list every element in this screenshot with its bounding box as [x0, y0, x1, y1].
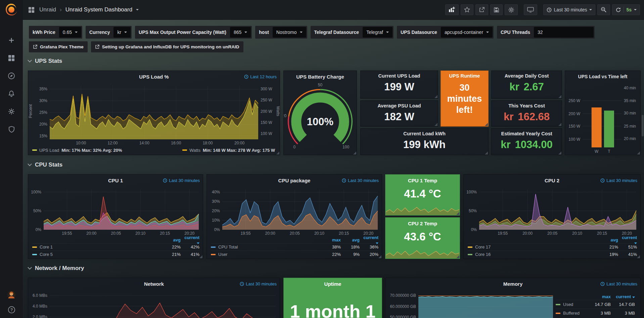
cycle-view-button[interactable] [524, 4, 537, 15]
avatar[interactable] [7, 290, 16, 299]
legend-row[interactable]: Core 122%42% [32, 243, 199, 251]
cpu2-chart[interactable]: 0%50%100%19:5520:0020:0520:1020:1520:20 [464, 186, 640, 236]
variable-value-dropdown[interactable]: apcupsd-container [441, 27, 493, 38]
legend-row[interactable]: Core 1721%51% [468, 243, 637, 251]
link-ups-monitoring-guide[interactable]: Setting up Grafana and InfluxDB for UPS … [91, 41, 243, 52]
panel-title[interactable]: UPS Battery Charge [284, 71, 357, 82]
series-name[interactable]: Core 1 [40, 244, 53, 249]
dashboards-icon[interactable] [7, 54, 16, 62]
legend-col-avg[interactable]: avg [599, 237, 618, 242]
cpu1-chart[interactable]: 0%50%100%19:5520:0020:0520:1020:1520:20 [28, 186, 203, 236]
series-name[interactable]: Buffered [563, 311, 580, 316]
panel-title[interactable]: Current UPS Load [361, 71, 438, 81]
clock-icon [342, 178, 346, 183]
legend-col-current[interactable]: current [618, 235, 637, 245]
legend-item[interactable]: UPS LoadMin: 17% Max: 32% Avg: 20% [32, 148, 122, 153]
dashboard-settings-button[interactable] [505, 4, 518, 15]
refresh-button[interactable]: 5s [612, 4, 640, 15]
chevron-down-icon[interactable] [136, 9, 139, 10]
cpu-package-chart[interactable]: 0%10%20%30%40%19:5520:0020:0520:1020:152… [207, 186, 382, 236]
time-range-indicator[interactable]: Last 30 minutes [342, 178, 379, 183]
legend-col-current[interactable]: current [181, 235, 199, 245]
help-icon[interactable]: ? [7, 305, 16, 314]
panel-title[interactable]: Average Daily Cost [492, 71, 562, 81]
panel-title[interactable]: Uptime [284, 278, 382, 289]
time-range-indicator[interactable]: Last 12 hours [244, 74, 277, 79]
variable-value-dropdown[interactable]: 865 [230, 27, 251, 38]
grafana-logo[interactable] [5, 3, 18, 16]
alerting-icon[interactable] [7, 89, 16, 98]
configuration-icon[interactable] [7, 107, 16, 116]
save-button[interactable] [490, 4, 503, 15]
series-name[interactable]: Core 16 [475, 252, 491, 257]
breadcrumb-root[interactable]: Unraid [39, 6, 56, 13]
legend-col-max[interactable]: max [322, 237, 341, 242]
variable-value-dropdown[interactable]: 0.65 [59, 27, 81, 38]
memory-chart[interactable]: 50.000000 GB60.000000 GB70.000000 GB [385, 289, 556, 318]
series-name[interactable]: Watts [189, 148, 200, 153]
time-range-picker[interactable]: Last 30 minutes [543, 4, 596, 15]
network-chart[interactable]: 2.0 MBs4.0 MBs6.0 MBs [28, 289, 280, 318]
divider [624, 7, 624, 13]
star-button[interactable] [461, 4, 473, 15]
battery-gauge[interactable]: 02050100100% [284, 82, 357, 155]
panel-title[interactable]: Average PSU Load [361, 101, 438, 111]
panel-title[interactable]: UPS Load % [28, 71, 280, 82]
row-header-network-memory[interactable]: Network / Memory [28, 265, 84, 272]
legend-col-max[interactable]: max [587, 294, 611, 299]
template-variables: kWh Price0.65 Currencykr UPS Max Output … [29, 26, 595, 39]
legend-row[interactable]: Buffered3 MB3 MB [556, 309, 635, 317]
share-button[interactable] [475, 4, 488, 15]
create-icon[interactable] [7, 36, 16, 45]
panel-title[interactable]: Estimated Yearly Cost [492, 129, 562, 139]
server-admin-icon[interactable] [7, 125, 16, 134]
variable-value-dropdown[interactable]: Telegraf [363, 27, 393, 38]
variable-value-dropdown[interactable]: kr [113, 27, 131, 38]
apps-icon[interactable] [27, 5, 36, 14]
series-name[interactable]: User [218, 252, 227, 257]
legend-row[interactable]: User22%9%20% [211, 251, 378, 258]
breadcrumb-current[interactable]: Unraid System Dashboard [65, 6, 132, 13]
row-header-ups-stats[interactable]: UPS Stats [28, 58, 62, 64]
refresh-interval-label[interactable]: 5s [626, 7, 632, 12]
scrollbar[interactable] [641, 20, 644, 318]
svg-text:10:00: 10:00 [76, 141, 86, 145]
time-range-indicator[interactable]: Last 30 minutes [163, 178, 200, 183]
link-grafana-plex-theme[interactable]: Grafana Plex Theme [29, 41, 88, 52]
variable-value-dropdown[interactable]: Nostromo [273, 27, 306, 38]
legend-row[interactable]: Used14.7 GB14.7 GB [556, 300, 635, 309]
panel-title[interactable]: UPS Runtime [441, 71, 488, 81]
series-name[interactable]: UPS Load [39, 148, 59, 153]
legend-row[interactable]: Core 521%41% [32, 251, 199, 258]
series-name[interactable]: Core 5 [40, 252, 53, 257]
load-vs-time-chart[interactable]: 100 W150 W200 W250 W20 min25 min30 min35… [565, 82, 640, 155]
panel-title[interactable]: Current Load kWh [361, 129, 488, 139]
refresh-icon [615, 7, 621, 13]
row-header-cpu-stats[interactable]: CPU Stats [28, 162, 62, 168]
time-range-indicator[interactable]: Last 30 minutes [600, 178, 637, 183]
add-panel-button[interactable] [445, 4, 459, 15]
series-name[interactable]: CPU Total [218, 244, 238, 249]
explore-icon[interactable] [7, 72, 16, 80]
legend-col-current[interactable]: current [611, 294, 635, 299]
panel-ups-load-vs-time-left: UPS Load vs Time left 100 W150 W200 W250… [565, 71, 641, 155]
zoom-out-button[interactable] [597, 4, 610, 15]
legend-col-avg[interactable]: avg [162, 237, 181, 242]
ups-load-chart[interactable]: 15%20%25%30%35%100 W150 W200 W250 W300 W… [28, 82, 280, 146]
panel-title[interactable]: This Years Cost [492, 101, 562, 111]
time-range-indicator[interactable]: Last 30 minutes [600, 281, 637, 286]
legend-col-avg[interactable]: avg [341, 237, 360, 242]
svg-text:10%: 10% [212, 218, 220, 223]
scrollbar-thumb[interactable] [642, 115, 644, 136]
panel-title[interactable]: UPS Load vs Time left [565, 71, 640, 82]
cpu-threads-input[interactable]: 32 [534, 27, 594, 38]
legend-item[interactable]: WattsMin: 148 W Max: 278 W Avg: 175 W [182, 148, 275, 153]
time-range-indicator[interactable]: Last 30 minutes [240, 281, 277, 286]
series-name[interactable]: Used [563, 302, 573, 307]
legend-col-current[interactable]: current [360, 235, 378, 245]
legend-row[interactable]: Core 1619%41% [468, 251, 637, 258]
panel-title[interactable]: CPU 1 Temp [385, 175, 460, 186]
legend-row[interactable]: CPU Total38%18%36% [211, 243, 378, 251]
panel-title[interactable]: CPU 2 Temp [385, 218, 460, 229]
series-name[interactable]: Core 17 [475, 244, 491, 249]
